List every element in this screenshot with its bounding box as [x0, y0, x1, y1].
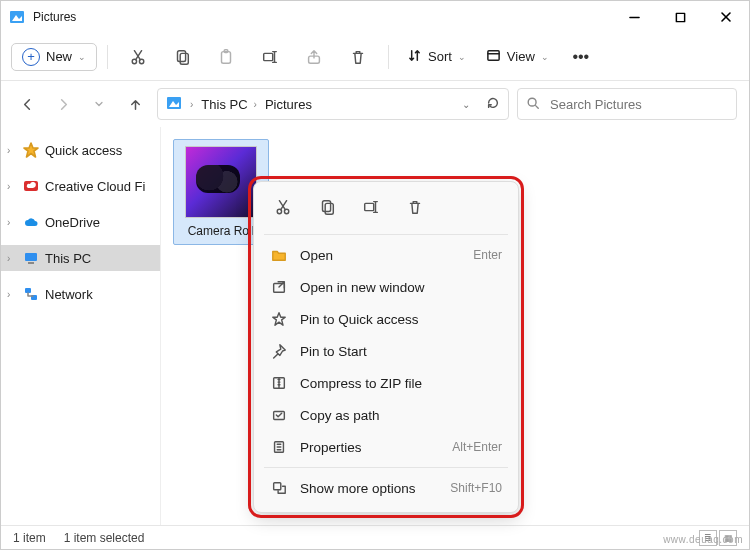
menu-label: Compress to ZIP file: [300, 376, 490, 391]
svg-marker-25: [24, 143, 38, 157]
breadcrumb-current[interactable]: Pictures: [265, 97, 312, 112]
chevron-right-icon: ›: [7, 181, 17, 192]
separator: [388, 45, 389, 69]
sidebar-item-onedrive[interactable]: › OneDrive: [1, 209, 160, 235]
chevron-down-icon: ⌄: [78, 52, 86, 62]
search-input[interactable]: [548, 96, 728, 113]
svg-rect-10: [178, 50, 186, 61]
plus-icon: +: [22, 48, 40, 66]
minimize-button[interactable]: [611, 1, 657, 33]
svg-rect-28: [28, 262, 34, 264]
explorer-window: Pictures + New ⌄ Sort ⌄ View ⌄ •••: [0, 0, 750, 550]
menu-label: Copy as path: [300, 408, 490, 423]
cut-icon[interactable]: [270, 194, 296, 220]
new-window-icon: [270, 278, 288, 296]
svg-rect-53: [274, 483, 281, 490]
sidebar-item-label: Quick access: [45, 143, 122, 158]
forward-button[interactable]: [49, 90, 77, 118]
up-button[interactable]: [121, 90, 149, 118]
zip-icon: [270, 374, 288, 392]
folder-thumbnail: [185, 146, 257, 218]
menu-pin-quick-access[interactable]: Pin to Quick access: [254, 303, 518, 335]
back-button[interactable]: [13, 90, 41, 118]
star-icon: [23, 142, 39, 158]
address-bar[interactable]: › This PC› Pictures ⌄: [157, 88, 509, 120]
new-label: New: [46, 49, 72, 64]
star-icon: [270, 310, 288, 328]
svg-rect-27: [25, 253, 37, 261]
sort-icon: [407, 48, 422, 66]
delete-button[interactable]: [338, 39, 378, 75]
sidebar-item-network[interactable]: › Network: [1, 281, 160, 307]
maximize-button[interactable]: [657, 1, 703, 33]
search-box[interactable]: [517, 88, 737, 120]
more-button[interactable]: •••: [561, 39, 601, 75]
window-title: Pictures: [33, 10, 76, 24]
menu-label: Pin to Start: [300, 344, 490, 359]
menu-open[interactable]: Open Enter: [254, 239, 518, 271]
menu-properties[interactable]: Properties Alt+Enter: [254, 431, 518, 463]
close-button[interactable]: [703, 1, 749, 33]
chevron-down-icon: ⌄: [541, 52, 549, 62]
sort-button[interactable]: Sort ⌄: [399, 44, 474, 70]
copy-button[interactable]: [162, 39, 202, 75]
menu-pin-start[interactable]: Pin to Start: [254, 335, 518, 367]
menu-copy-path[interactable]: Copy as path: [254, 399, 518, 431]
cut-button[interactable]: [118, 39, 158, 75]
separator: [264, 467, 508, 468]
context-menu: Open Enter Open in new window Pin to Qui…: [253, 181, 519, 513]
chevron-right-icon: ›: [7, 253, 17, 264]
rename-button[interactable]: [250, 39, 290, 75]
sidebar-item-creative-cloud[interactable]: › Creative Cloud Fi: [1, 173, 160, 199]
rename-icon[interactable]: [358, 194, 384, 220]
pictures-icon: [166, 95, 182, 114]
status-bar: 1 item 1 item selected ≣ ▦: [1, 525, 749, 549]
folder-label: Camera Roll: [180, 224, 262, 238]
menu-compress-zip[interactable]: Compress to ZIP file: [254, 367, 518, 399]
chevron-right-icon: ›: [7, 289, 17, 300]
svg-rect-41: [274, 283, 285, 292]
network-icon: [23, 286, 39, 302]
creative-cloud-icon: [23, 178, 39, 194]
recent-button[interactable]: [85, 90, 113, 118]
folder-open-icon: [270, 246, 288, 264]
menu-show-more[interactable]: Show more options Shift+F10: [254, 472, 518, 504]
refresh-button[interactable]: [486, 96, 500, 113]
svg-rect-36: [325, 203, 333, 214]
menu-open-new-window[interactable]: Open in new window: [254, 271, 518, 303]
breadcrumb-root[interactable]: This PC›: [201, 97, 257, 112]
view-button[interactable]: View ⌄: [478, 44, 557, 70]
sidebar-item-this-pc[interactable]: › This PC: [1, 245, 160, 271]
toolbar: + New ⌄ Sort ⌄ View ⌄ •••: [1, 33, 749, 81]
menu-shortcut: Enter: [473, 248, 502, 262]
monitor-icon: [23, 250, 39, 266]
svg-rect-12: [222, 51, 231, 63]
svg-rect-14: [264, 53, 273, 60]
svg-rect-35: [323, 201, 331, 212]
delete-icon[interactable]: [402, 194, 428, 220]
view-label: View: [507, 49, 535, 64]
sidebar-item-quick-access[interactable]: › Quick access: [1, 137, 160, 163]
status-selected: 1 item selected: [64, 531, 145, 545]
new-button[interactable]: + New ⌄: [11, 43, 97, 71]
menu-label: Pin to Quick access: [300, 312, 490, 327]
pin-icon: [270, 342, 288, 360]
separator: [107, 45, 108, 69]
svg-rect-11: [180, 53, 188, 64]
copy-icon[interactable]: [314, 194, 340, 220]
menu-label: Open: [300, 248, 461, 263]
svg-rect-3: [676, 13, 684, 21]
share-button[interactable]: [294, 39, 334, 75]
properties-icon: [270, 438, 288, 456]
chevron-down-icon[interactable]: ⌄: [462, 99, 470, 110]
watermark: www.deuaq.com: [663, 534, 743, 545]
chevron-right-icon: ›: [7, 145, 17, 156]
sidebar-item-label: Network: [45, 287, 93, 302]
sidebar-item-label: Creative Cloud Fi: [45, 179, 145, 194]
sidebar: › Quick access › Creative Cloud Fi › One…: [1, 127, 161, 525]
paste-button[interactable]: [206, 39, 246, 75]
sidebar-item-label: OneDrive: [45, 215, 100, 230]
svg-point-23: [528, 98, 536, 106]
menu-label: Show more options: [300, 481, 438, 496]
sort-label: Sort: [428, 49, 452, 64]
